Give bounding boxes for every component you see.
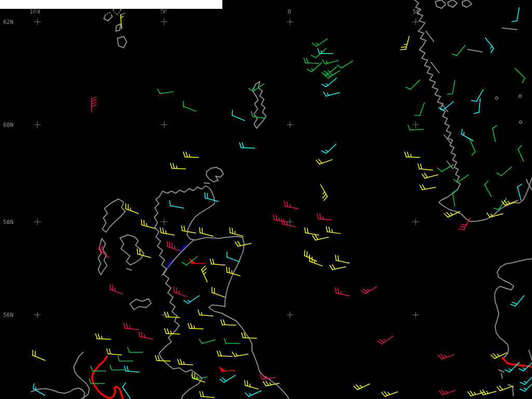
wind-barb [515,69,525,83]
wind-barb [382,392,398,396]
wind-barb [33,350,45,361]
wind-barb [110,365,125,370]
coastline-ireland-donegal [74,352,89,399]
wind-barb [230,228,243,236]
wind-barb [323,92,339,96]
coastline-skye [120,235,144,265]
wind-barb [167,241,180,251]
wind-barb [205,193,218,202]
wind-barb [282,219,296,227]
wind-barb [444,211,460,217]
wind-barb [217,351,232,356]
wind-barb [354,384,370,390]
wind-barb [91,97,96,112]
wind-barb [485,181,491,196]
wind-barb [212,287,224,297]
wind-barb [497,386,513,391]
wind-barb [219,366,235,371]
wind-barb [452,45,466,56]
coastline-wadden-isle-2 [501,374,502,378]
coastline-wadden-isle-4 [513,388,513,396]
wind-barb [438,354,455,359]
grid-label: 0 [288,8,291,15]
wind-barb [378,336,393,344]
wind-barb [202,266,207,282]
wind-barb [454,175,469,182]
wind-barb [210,259,224,265]
wind-barb [160,228,174,235]
coastline-norway-isle-2 [448,0,457,7]
wind-barb [494,198,507,209]
wind-barb [157,89,173,94]
wind-barb [170,163,185,168]
wind-barb [322,144,336,153]
wind-barb [183,152,198,157]
wind-barb [361,287,377,294]
grid-label: 62N [3,19,14,25]
wind-barb [313,235,329,240]
wind-barbs [33,7,532,398]
pennant-50kt [219,366,226,371]
coastline-orkney-skerry [204,183,209,183]
wind-barb [512,7,519,21]
wind-barb [96,334,111,339]
wind-barb [401,36,409,50]
wind-barb [188,323,203,328]
wind-barb [422,174,438,178]
wind-barb [110,284,123,294]
wind-barb [497,167,512,176]
wind-barb [336,288,350,296]
wind-barb [245,380,258,389]
calm-station-circle [496,97,498,100]
coastline-jutland [495,259,532,357]
wind-barb [337,61,353,68]
coastline-norway-fjord-2 [431,62,439,73]
coastline-orkney [206,167,223,182]
wind-barb [312,38,328,46]
coastline-ireland-antrim [31,388,85,399]
wind-barb [406,80,420,89]
wind-barb [304,58,319,63]
lat-lon-grid: 10W5W05E62N60N58N56N [3,8,420,318]
wind-barb [139,331,153,339]
front-southeast [502,358,532,367]
wind-barb [118,356,133,361]
wind-barb [415,103,424,115]
wind-barb [316,159,332,164]
coastline-great-glen [162,240,194,275]
wind-barb [326,227,341,233]
wind-barb [485,38,494,53]
wind-barb [199,339,215,343]
wind-barb [470,139,475,155]
coastline-norway-isle-3 [462,0,472,7]
wind-barb [232,352,248,356]
wind-barb [517,184,522,200]
coastline-kintyre-islet [127,269,131,270]
wind-barb [224,339,240,343]
wind-barb [437,165,453,171]
loch-lines [167,245,185,267]
wind-barb [322,78,337,87]
wind-barb [124,366,139,372]
wind-barb [284,201,298,208]
coastline-norway-isle-1 [435,0,446,8]
wind-barb [128,348,143,352]
wind-barb [200,228,213,236]
wind-barb [405,152,420,157]
wind-barb [198,310,212,316]
wind-barb [232,110,245,121]
front-lines [92,356,532,399]
wind-barb [183,101,196,111]
grid-label: 58N [3,219,14,225]
wind-barb [123,383,130,398]
wind-barb [493,126,497,142]
wind-barb [107,349,121,355]
wind-barb [124,323,138,329]
wind-barb [447,80,455,94]
coastline-norway-fjord-1 [426,31,434,42]
wind-barb [459,218,470,230]
grid-label: 56N [3,312,14,318]
coastline-faroe-3 [116,24,121,31]
wind-barb [242,332,257,338]
wind-barb [321,184,327,200]
